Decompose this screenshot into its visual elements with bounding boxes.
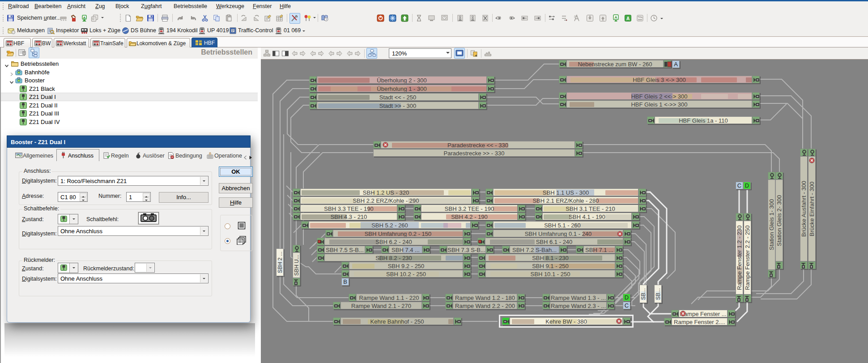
svg-text:?: ? xyxy=(325,18,327,21)
svg-text:A: A xyxy=(626,16,630,21)
svg-text:A: A xyxy=(614,15,617,20)
svg-text:A: A xyxy=(83,16,86,20)
